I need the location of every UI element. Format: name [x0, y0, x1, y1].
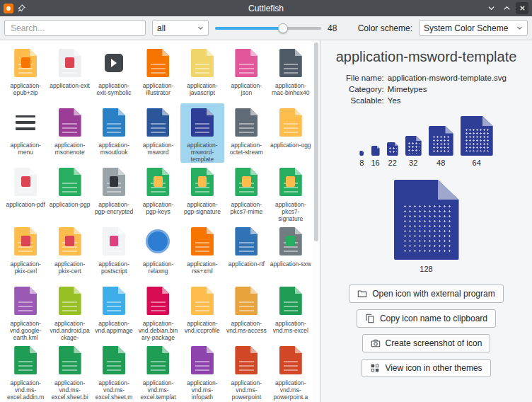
icon-label: application-pgp-encrypted: [92, 201, 136, 215]
icon-grid-item[interactable]: application-pgp-encrypted: [92, 163, 136, 222]
icon-label: application-pgp-keys: [136, 201, 180, 215]
icon-grid-item[interactable]: application-vnd.iccprofile: [180, 282, 224, 341]
mimetype-icon: [235, 108, 258, 137]
icon-grid-item[interactable]: application-mac-binhex40: [269, 44, 313, 103]
size-label: 32: [409, 159, 417, 167]
icon-grid-item[interactable]: application-exit-symbolic: [92, 44, 136, 103]
mimetype-icon: [191, 287, 214, 315]
msword-template-preview-icon: [387, 142, 398, 156]
icon-grid-item[interactable]: application-vnd.ms-excel.sheet.m: [92, 341, 136, 401]
icon-label: application-vnd.ms-powerpoint.a: [269, 379, 313, 401]
icon-grid-item[interactable]: application-ogg: [269, 103, 313, 163]
icon-label: application-vnd.iccprofile: [180, 320, 224, 334]
icon-grid-item[interactable]: application-vnd.ms-infopath: [180, 341, 224, 401]
copy-name-button[interactable]: Copy icon name to clipboard: [357, 309, 496, 328]
icon-box: [224, 105, 268, 139]
pin-icon[interactable]: [18, 2, 25, 15]
mimetype-icon: [146, 287, 169, 315]
icon-grid-item[interactable]: application-pkix-cerl: [4, 222, 47, 282]
mimetype-icon: [191, 168, 214, 196]
icon-grid-item[interactable]: application-sxw: [269, 222, 313, 282]
icon-box: [269, 224, 313, 258]
icon-box: [269, 343, 313, 377]
icon-box: [47, 46, 91, 80]
search-input[interactable]: [4, 20, 146, 36]
view-themes-button[interactable]: View icon in other themes: [362, 359, 490, 377]
filter-dropdown[interactable]: all: [152, 20, 209, 36]
icon-grid-item[interactable]: application-vnd.ms-excel.addin.m: [4, 341, 47, 401]
icon-box: [269, 165, 313, 199]
icon-label: application-pkix-cert: [47, 260, 91, 275]
icon-grid-item[interactable]: application-msword: [136, 103, 180, 163]
mimetype-icon: [279, 287, 302, 315]
scrollbar-thumb[interactable]: [314, 42, 318, 241]
icon-grid-item[interactable]: application-exit: [47, 44, 91, 103]
icon-grid-item[interactable]: application-msoutlook: [92, 103, 136, 163]
icon-title: application-msword-template: [336, 49, 517, 65]
icon-grid-item[interactable]: application-msword-template: [180, 103, 224, 163]
mimetype-icon: [146, 229, 170, 253]
icon-grid-item[interactable]: application-vnd.ms-excel: [269, 282, 313, 341]
action-label: Create screenshot of icon: [386, 338, 482, 348]
action-label: View icon in other themes: [385, 363, 482, 373]
icon-grid-item[interactable]: application-vnd.ms-powerpoint: [224, 341, 268, 401]
size-label: 8: [359, 159, 364, 167]
slider-handle[interactable]: [278, 23, 288, 33]
icon-grid-item[interactable]: application-javascript: [180, 44, 224, 103]
icon-grid-item[interactable]: application-pgp-signature: [180, 163, 224, 222]
icon-grid-item[interactable]: application-pdf: [4, 163, 47, 222]
icon-label: application-msonenote: [47, 142, 91, 156]
icon-grid-item[interactable]: application-pgp: [47, 163, 91, 222]
icon-box: [47, 343, 91, 377]
icon-grid-item[interactable]: application-vnd.ms-powerpoint.a: [269, 341, 313, 401]
mimetype-icon: [59, 287, 81, 315]
icon-box: [4, 224, 47, 258]
icon-grid-item[interactable]: application-rss+xml: [180, 222, 224, 282]
action-buttons: Open icon with external programCopy icon…: [349, 285, 503, 377]
icon-grid-item[interactable]: application-menu: [4, 103, 47, 163]
color-scheme-value: System Color Scheme: [424, 23, 508, 33]
icon-grid-item[interactable]: application-pkcs7-signature: [269, 163, 313, 222]
icon-grid-item[interactable]: application-pkix-cert: [47, 222, 91, 282]
icon-grid-item[interactable]: application-epub+zip: [4, 44, 47, 103]
size-label: 48: [436, 159, 445, 167]
icon-grid-item[interactable]: application-vnd.google-earth.kml: [4, 282, 47, 341]
vertical-scrollbar[interactable]: [313, 40, 320, 402]
icon-label: application-menu: [4, 142, 47, 156]
icon-label: application-msword: [136, 142, 180, 156]
icon-grid-item[interactable]: application-octet-stream: [224, 103, 268, 163]
mimetype-icon: [146, 168, 169, 196]
icon-grid-item[interactable]: application-illustrator: [136, 44, 180, 103]
icon-grid-item[interactable]: application-pkcs7-mime: [224, 163, 268, 222]
icon-box: [136, 284, 180, 318]
action-label: Open icon with external program: [372, 289, 495, 299]
mimetype-icon: [59, 168, 81, 196]
icon-grid-item[interactable]: application-postscript: [92, 222, 136, 282]
icon-box: [224, 46, 268, 80]
screenshot-button[interactable]: Create screenshot of icon: [362, 334, 491, 352]
close-button[interactable]: [516, 2, 528, 14]
size-preview: 16: [371, 146, 379, 167]
chevron-down-icon: [516, 23, 523, 33]
icon-grid-item[interactable]: application-pgp-keys: [136, 163, 180, 222]
icon-grid-item[interactable]: application-vnd.appimage: [92, 282, 136, 341]
chevron-down-icon: [197, 23, 204, 33]
icon-label: application-vnd.ms-infopath: [180, 379, 224, 401]
minimize-button[interactable]: [485, 2, 497, 14]
icon-grid-item[interactable]: application-json: [224, 44, 268, 103]
icon-grid-item[interactable]: application-vnd.debian.binary-package: [136, 282, 180, 341]
icon-grid-item[interactable]: application-rtf: [224, 222, 268, 282]
size-slider[interactable]: [215, 20, 321, 36]
icon-grid-item[interactable]: application-vnd.ms-access: [224, 282, 268, 341]
icon-grid-item[interactable]: application-vnd.ms-excel.templat: [136, 341, 180, 401]
icon-grid-item[interactable]: application-vnd.ms-excel.sheet.bi: [47, 341, 91, 401]
open-external-button[interactable]: Open icon with external program: [349, 285, 503, 303]
icon-grid-item[interactable]: application-relaxng: [136, 222, 180, 282]
color-scheme-label: Color scheme:: [358, 23, 412, 33]
mimetype-icon: [103, 108, 125, 137]
msword-template-preview-icon: [359, 151, 364, 156]
maximize-button[interactable]: [500, 2, 513, 14]
icon-grid-item[interactable]: application-vnd.android.package-: [47, 282, 91, 341]
icon-grid-item[interactable]: application-msonenote: [47, 103, 91, 163]
color-scheme-dropdown[interactable]: System Color Scheme: [419, 20, 528, 36]
